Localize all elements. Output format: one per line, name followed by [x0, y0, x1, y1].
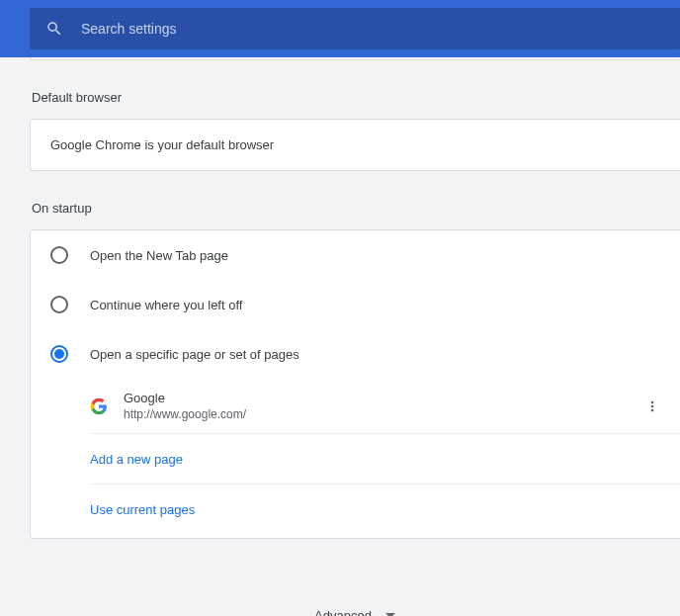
advanced-label: Advanced	[314, 608, 372, 616]
radio-icon	[50, 246, 68, 264]
radio-icon-selected	[50, 345, 68, 363]
section-title-on-startup: On startup	[30, 201, 680, 216]
search-bar[interactable]	[30, 8, 680, 49]
radio-label: Open a specific page or set of pages	[90, 347, 299, 362]
card-edge	[30, 57, 680, 60]
use-current-link[interactable]: Use current pages	[90, 502, 195, 517]
page-info: Google http://www.google.com/	[124, 391, 629, 421]
startup-page-entry: Google http://www.google.com/	[90, 379, 680, 434]
default-browser-card: Google Chrome is your default browser	[30, 119, 680, 171]
add-page-link[interactable]: Add a new page	[90, 452, 183, 467]
search-input[interactable]	[81, 21, 664, 37]
radio-label: Open the New Tab page	[90, 248, 228, 263]
radio-label: Continue where you left off	[90, 298, 242, 312]
radio-continue[interactable]: Continue where you left off	[31, 280, 680, 329]
radio-icon	[50, 296, 68, 313]
radio-new-tab[interactable]: Open the New Tab page	[31, 230, 680, 280]
page-title: Google	[124, 391, 629, 405]
radio-specific-page[interactable]: Open a specific page or set of pages	[31, 329, 680, 379]
more-vert-icon[interactable]	[644, 398, 660, 414]
header-bar	[0, 0, 680, 57]
advanced-toggle[interactable]: Advanced	[30, 569, 680, 616]
search-icon	[45, 20, 63, 38]
add-page-row[interactable]: Add a new page	[90, 434, 680, 484]
content: Default browser Google Chrome is your de…	[0, 57, 680, 616]
page-url: http://www.google.com/	[124, 407, 629, 421]
section-title-default-browser: Default browser	[30, 90, 680, 105]
use-current-row[interactable]: Use current pages	[90, 484, 680, 538]
on-startup-card: Open the New Tab page Continue where you…	[30, 229, 680, 539]
default-browser-status: Google Chrome is your default browser	[31, 120, 680, 170]
google-favicon	[90, 397, 108, 415]
